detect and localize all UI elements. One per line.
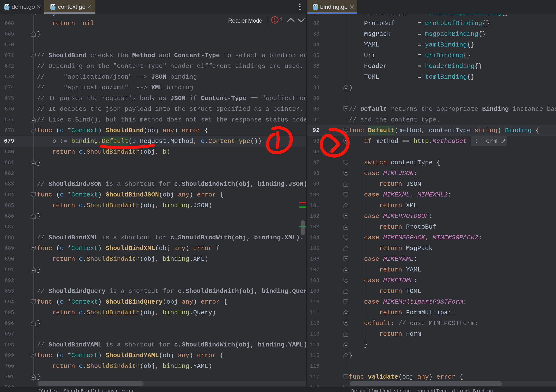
svg-text:1: 1 <box>280 16 284 24</box>
